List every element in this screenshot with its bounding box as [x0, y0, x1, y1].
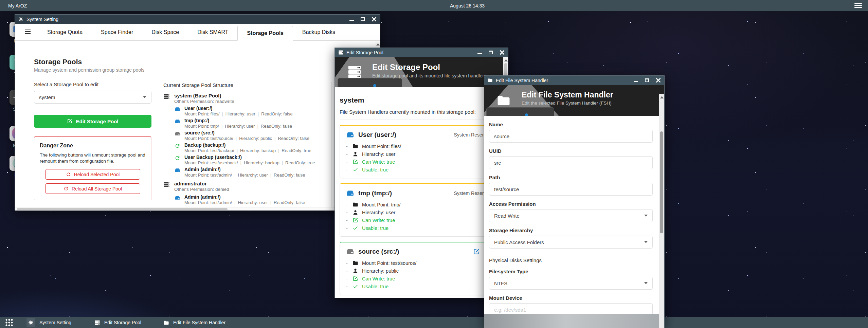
path-label: Path	[489, 175, 653, 180]
reload-all-pool-button[interactable]: Reload All Storage Pool	[45, 183, 140, 194]
hdd-icon	[346, 189, 354, 197]
minimize-button[interactable]	[634, 81, 638, 82]
edit-fsh-titlebar[interactable]: Edit File System Handler	[484, 76, 664, 85]
fsh-card-tmp: tmp (tmp:/) System Reserved -Mount Point…	[340, 183, 498, 237]
window-title: Edit File System Handler	[496, 78, 548, 83]
pool-name: system	[340, 96, 498, 104]
fsh-title: User Backup (userback:/)	[184, 154, 315, 160]
edit-fsh-form: Name UUID Path Access Permission Read Wr…	[484, 122, 664, 316]
access-permission-select[interactable]: Read Write	[489, 209, 653, 222]
edit-fsh-button[interactable]	[473, 248, 480, 255]
refresh-icon	[64, 186, 69, 191]
minimize-button[interactable]	[477, 53, 482, 54]
close-button[interactable]	[372, 17, 377, 22]
app-grid-icon[interactable]	[5, 319, 13, 326]
system-setting-titlebar[interactable]: System Setting	[15, 15, 380, 24]
close-button[interactable]	[500, 50, 505, 55]
person-icon	[352, 151, 358, 157]
taskbar-item-edit-storage-pool[interactable]: Edit Storage Pool	[94, 320, 141, 326]
tab-storage-pools[interactable]: Storage Pools	[237, 26, 293, 41]
header-title: Edit Storage Pool	[372, 62, 508, 72]
folder-icon	[488, 78, 493, 83]
page-subtitle: Manage system and permission group stora…	[34, 67, 151, 73]
filesystem-type-select[interactable]: NTFS	[489, 277, 653, 290]
scrollbar-thumb[interactable]	[660, 131, 663, 233]
taskbar-item-system-setting[interactable]: System Setting	[26, 318, 71, 327]
folder-icon	[352, 202, 358, 207]
fsh-card-user: User (user:/) System Reserved -Mount Poi…	[340, 125, 498, 178]
tab-space-finder[interactable]: Space Finder	[92, 24, 142, 40]
sidebar-toggle-icon[interactable]	[25, 30, 31, 35]
card-title: source (src:/)	[358, 248, 399, 255]
chevron-down-icon	[644, 282, 648, 284]
refresh-icon	[175, 155, 180, 161]
close-button[interactable]	[656, 78, 661, 83]
window-title: Edit Storage Pool	[346, 50, 383, 55]
pool-permission: Other's Permission: denied	[174, 187, 229, 192]
pool-select[interactable]: system	[34, 91, 151, 104]
tab-disk-space[interactable]: Disk Space	[142, 24, 188, 40]
storage-hierarchy-select[interactable]: Public Access Folders	[489, 236, 653, 249]
header-title: Edit File System Handler	[522, 90, 664, 99]
edit-storage-pool-window: Edit Storage Pool Edit Storage Pool Edit…	[334, 48, 508, 298]
hdd-icon	[175, 119, 180, 124]
edit-fsh-header: Edit File System Handler Edit the select…	[484, 85, 664, 116]
aroz-start-menu[interactable]: My ArOZ	[8, 3, 27, 8]
fsh-node: tmp (tmp:/) Mount Point: tmp/|Hierarchy:…	[175, 118, 328, 129]
pool-title: system (Base Pool)	[174, 93, 234, 98]
person-icon	[352, 209, 358, 215]
page-title: Storage Pools	[34, 58, 151, 66]
fsh-card-source: source (src:/) -Mount Point: test/source…	[340, 242, 498, 295]
maximize-button[interactable]	[361, 17, 365, 21]
fsh-node: Admin (admin:/) Mount Point: test/admin/…	[175, 194, 328, 205]
system-setting-body: Storage Quota Space Finder Disk Space Di…	[15, 24, 380, 211]
divider	[340, 120, 498, 120]
storage-hierarchy-value: Public Access Folders	[494, 239, 544, 245]
header-graphic-dot	[525, 113, 528, 116]
uuid-field[interactable]	[489, 156, 653, 169]
tab-backup-disks[interactable]: Backup Disks	[293, 24, 344, 40]
edit-storage-pool-button[interactable]: Edit Storage Pool	[34, 115, 151, 128]
tab-disk-smart[interactable]: Disk SMART	[188, 24, 237, 40]
tab-storage-quota[interactable]: Storage Quota	[38, 24, 92, 40]
edit-storage-pool-titlebar[interactable]: Edit Storage Pool	[335, 48, 508, 57]
maximize-button[interactable]	[489, 51, 493, 54]
path-field[interactable]	[489, 183, 653, 196]
edit-icon	[352, 159, 358, 165]
taskbar-item-edit-fsh[interactable]: Edit File System Handler	[163, 320, 225, 326]
scroll-up-icon[interactable]	[660, 96, 664, 98]
minimize-button[interactable]	[349, 20, 354, 21]
horizontal-scrollbar[interactable]	[15, 207, 375, 211]
pool-permission: Other's Permission: readwrite	[174, 99, 234, 104]
refresh-icon	[66, 172, 71, 177]
window-title: System Setting	[26, 17, 58, 22]
fsh-node: source (src:/) Mount Point: test/source/…	[175, 130, 328, 141]
check-icon	[352, 167, 358, 172]
mounted-fsh-label: File System Handlers currently mounted i…	[340, 109, 498, 115]
menu-icon[interactable]	[854, 3, 862, 9]
name-field[interactable]	[489, 130, 653, 143]
fsh-node: Backup (backup:/) Mount Point: test/back…	[175, 142, 328, 153]
hdd-icon	[175, 131, 180, 136]
edit-icon	[67, 119, 72, 124]
reload-selected-pool-button[interactable]: Reload Selected Pool	[45, 169, 140, 180]
fsh-title: User (user:/)	[184, 106, 293, 111]
edit-fsh-body: Edit File System Handler Edit the select…	[484, 85, 664, 328]
scroll-up-icon[interactable]	[504, 59, 508, 61]
name-label: Name	[489, 122, 653, 127]
pool-structure-panel: Current Storage Pool Structure system (B…	[163, 82, 332, 211]
gear-icon	[18, 17, 23, 22]
hdd-icon	[346, 248, 354, 256]
maximize-button[interactable]	[645, 78, 649, 82]
tree-title: Current Storage Pool Structure	[163, 82, 328, 88]
server-icon	[163, 181, 170, 188]
folder-icon	[352, 143, 358, 149]
taskbar: System Setting Edit Storage Pool Edit Fi…	[0, 317, 868, 328]
scrollbar-thumb[interactable]	[17, 208, 228, 210]
access-permission-value: Read Write	[494, 213, 520, 219]
vertical-scrollbar[interactable]	[659, 94, 664, 328]
hdd-icon	[175, 167, 180, 173]
fsh-title: Admin (admin:/)	[184, 194, 305, 200]
scroll-up-icon[interactable]	[376, 43, 380, 45]
reload-selected-label: Reload Selected Pool	[74, 172, 120, 177]
